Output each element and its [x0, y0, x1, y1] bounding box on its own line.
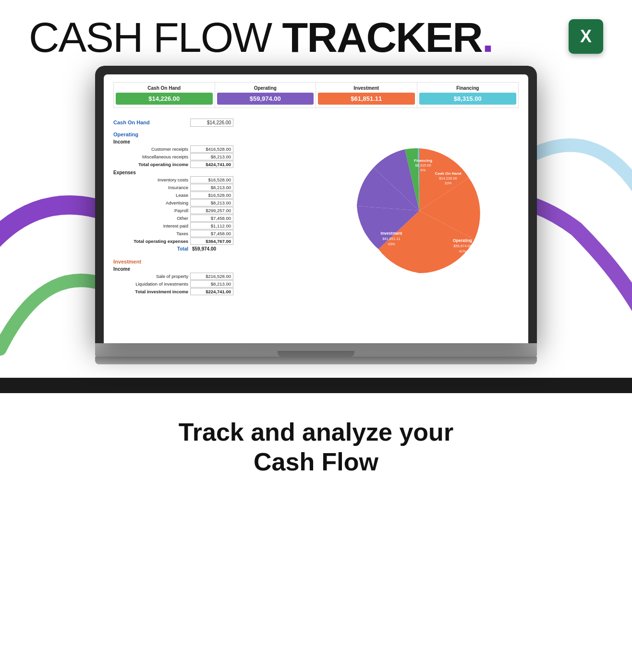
- card-label-inv: Investment: [318, 85, 415, 91]
- row-value: $416,528.00: [190, 145, 233, 153]
- row-value: $8,213.00: [190, 153, 233, 160]
- tagline-line1: Track and analyze your: [10, 417, 622, 447]
- row-value: $7,458.00: [190, 215, 233, 222]
- svg-text:41%: 41%: [459, 249, 466, 253]
- row-value: $16,528.00: [190, 192, 233, 199]
- title-bold: TRACKER: [282, 13, 482, 61]
- pie-svg: Financing $8,315.00 6% Cash On Hand $14,…: [352, 144, 486, 278]
- row-label-bold: Total operating expenses: [113, 239, 190, 244]
- table-row: Miscellaneous receipts $8,213.00: [113, 153, 312, 160]
- row-label-bold: Total operating income: [113, 162, 190, 167]
- investment-income-label: Income: [113, 266, 312, 272]
- row-label: Customer receipts: [113, 146, 190, 152]
- coh-label: Cash On Hand: [113, 120, 190, 125]
- table-row: Insurance $8,213.00: [113, 184, 312, 191]
- excel-icon: X: [569, 19, 603, 54]
- card-value-fin: $8,315.00: [419, 93, 517, 105]
- row-value: $8,213.00: [190, 280, 233, 288]
- card-label-op: Operating: [217, 85, 314, 91]
- pie-chart: Financing $8,315.00 6% Cash On Hand $14,…: [352, 144, 486, 278]
- table-row: Lease $16,528.00: [113, 192, 312, 199]
- table-row: Customer receipts $416,528.00: [113, 145, 312, 153]
- chart-section: Financing $8,315.00 6% Cash On Hand $14,…: [320, 117, 519, 296]
- laptop-base: [95, 343, 537, 357]
- row-value: $16,528.00: [190, 176, 233, 183]
- operating-income-label: Income: [113, 139, 312, 144]
- row-label: Miscellaneous receipts: [113, 154, 190, 159]
- table-row: Total operating income $424,741.00: [113, 161, 312, 168]
- card-value-op: $59,974.00: [217, 93, 314, 105]
- row-label: Insurance: [113, 185, 190, 190]
- row-label: Sale of property: [113, 274, 190, 279]
- title-area: CASH FLOW TRACKER.: [29, 14, 569, 61]
- tagline-line2: Cash Flow: [10, 447, 622, 477]
- table-row: Liquidation of investments $8,213.00: [113, 280, 312, 288]
- content-columns: Cash On Hand $14,226.00 Operating Income…: [113, 117, 519, 296]
- total-value: $59,974.00: [190, 246, 218, 252]
- table-row: Total investment income $224,741.00: [113, 288, 312, 295]
- bottom-bar: [0, 378, 632, 393]
- total-row: Total $59,974.00: [113, 246, 312, 252]
- row-label: Liquidation of investments: [113, 281, 190, 287]
- card-label-coh: Cash On Hand: [116, 85, 213, 91]
- card-investment: Investment $61,851.11: [316, 83, 417, 108]
- row-value-bold: $424,741.00: [190, 161, 233, 168]
- table-row: Inventory costs $16,528.00: [113, 176, 312, 183]
- table-row: Taxes $7,458.00: [113, 230, 312, 237]
- laptop-stand: [95, 357, 537, 364]
- summary-cards: Cash On Hand $14,226.00 Operating $59,97…: [113, 82, 519, 108]
- row-label: Interest paid: [113, 223, 190, 228]
- data-section: Cash On Hand $14,226.00 Operating Income…: [113, 117, 312, 296]
- card-cash-on-hand: Cash On Hand $14,226.00: [114, 83, 215, 108]
- title-dot: .: [482, 13, 493, 61]
- card-operating: Operating $59,974.00: [215, 83, 316, 108]
- laptop-frame: Cash On Hand $14,226.00 Operating $59,97…: [95, 66, 537, 343]
- svg-text:6%: 6%: [421, 168, 426, 172]
- svg-text:$59,974.00: $59,974.00: [453, 244, 472, 248]
- table-row: Sale of property $216,528.00: [113, 273, 312, 280]
- table-row: Other $7,458.00: [113, 215, 312, 222]
- table-row: Total operating expenses $364,767.00: [113, 238, 312, 245]
- card-value-coh: $14,226.00: [116, 93, 213, 105]
- svg-text:Investment: Investment: [381, 231, 402, 236]
- expenses-label: Expenses: [113, 170, 312, 175]
- row-value: $1,112.00: [190, 222, 233, 229]
- table-row: Advertising $8,213.00: [113, 199, 312, 206]
- row-label: Taxes: [113, 231, 190, 236]
- tagline-section: Track and analyze your Cash Flow: [0, 393, 632, 496]
- svg-text:Operating: Operating: [453, 238, 472, 243]
- main-title: CASH FLOW TRACKER.: [29, 14, 569, 61]
- row-value: $299,257.00: [190, 207, 233, 214]
- svg-text:$61,851.11: $61,851.11: [382, 237, 401, 241]
- header: CASH FLOW TRACKER. X: [0, 0, 632, 71]
- tagline-text: Track and analyze your Cash Flow: [10, 417, 622, 477]
- total-label: Total: [113, 246, 190, 252]
- svg-text:Financing: Financing: [414, 158, 432, 163]
- cash-on-hand-row: Cash On Hand $14,226.00: [113, 119, 312, 127]
- operating-section-label: Operating: [113, 132, 312, 137]
- title-normal: CASH FLOW: [29, 13, 282, 61]
- svg-text:$8,315.00: $8,315.00: [415, 163, 431, 168]
- table-row: Payroll $299,257.00: [113, 207, 312, 214]
- svg-text:10%: 10%: [444, 181, 451, 185]
- svg-text:$14,226.00: $14,226.00: [439, 176, 457, 180]
- row-label: Lease: [113, 192, 190, 198]
- coh-value: $14,226.00: [190, 119, 233, 127]
- card-financing: Financing $8,315.00: [417, 83, 519, 108]
- row-label-bold: Total investment income: [113, 289, 190, 294]
- card-value-inv: $61,851.11: [318, 93, 415, 105]
- row-value-bold: $224,741.00: [190, 288, 233, 295]
- row-value: $7,458.00: [190, 230, 233, 237]
- row-label: Payroll: [113, 208, 190, 213]
- investment-section-label: Investment: [113, 259, 312, 264]
- row-label: Inventory costs: [113, 177, 190, 182]
- laptop-screen: Cash On Hand $14,226.00 Operating $59,97…: [104, 74, 528, 343]
- spreadsheet: Cash On Hand $14,226.00 Operating $59,97…: [104, 74, 528, 303]
- card-label-fin: Financing: [419, 85, 517, 91]
- row-label: Advertising: [113, 200, 190, 205]
- row-label: Other: [113, 216, 190, 221]
- row-value: $8,213.00: [190, 199, 233, 206]
- table-row: Interest paid $1,112.00: [113, 222, 312, 229]
- svg-text:Cash On Hand: Cash On Hand: [435, 171, 461, 176]
- row-value-bold: $364,767.00: [190, 238, 233, 245]
